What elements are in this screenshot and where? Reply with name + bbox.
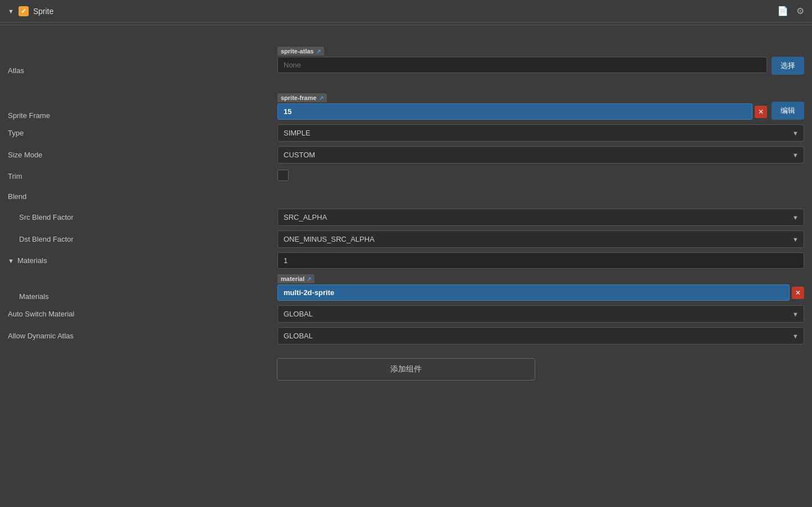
- size-mode-value: CUSTOM TRIMMED RAW ▼: [277, 146, 804, 164]
- sprite-atlas-tag: sprite-atlas ↗: [277, 47, 324, 56]
- blend-section-header: Blend: [8, 192, 277, 201]
- atlas-input-wrap: sprite-atlas ↗: [277, 57, 767, 75]
- material-clear-button[interactable]: ✕: [792, 287, 804, 299]
- trim-row: Trim: [0, 166, 812, 186]
- type-select[interactable]: SIMPLE SLICED TILED FILLED: [277, 124, 804, 142]
- trim-value: [277, 170, 804, 183]
- allow-dynamic-atlas-row: Allow Dynamic Atlas GLOBAL TRUE FALSE ▼: [0, 325, 812, 347]
- materials-item-value: material ↗ ✕: [277, 284, 804, 301]
- blend-label: Blend: [8, 192, 277, 201]
- material-tag: material ↗: [277, 274, 314, 283]
- panel-header: ▼ ✓ Sprite 📄 ⚙: [0, 0, 812, 22]
- type-select-wrapper: SIMPLE SLICED TILED FILLED ▼: [277, 124, 804, 142]
- dst-blend-factor-select[interactable]: ONE_MINUS_SRC_ALPHA ONE ZERO: [277, 230, 804, 248]
- sprite-frame-input-group: ✕: [277, 103, 767, 120]
- header-left: ▼ ✓ Sprite: [8, 6, 53, 16]
- blend-row: Blend: [0, 186, 812, 206]
- settings-icon[interactable]: ⚙: [796, 6, 804, 16]
- allow-dynamic-atlas-select[interactable]: GLOBAL TRUE FALSE: [277, 327, 804, 345]
- sprite-panel: ▼ ✓ Sprite 📄 ⚙ Atlas sprite-atlas ↗: [0, 0, 812, 396]
- size-mode-select[interactable]: CUSTOM TRIMMED RAW: [277, 146, 804, 164]
- materials-chevron-icon[interactable]: ▼: [8, 257, 14, 264]
- collapse-chevron-icon[interactable]: ▼: [8, 8, 14, 15]
- material-input[interactable]: [277, 284, 790, 301]
- component-enabled-checkbox[interactable]: ✓: [19, 6, 29, 16]
- sprite-frame-label: Sprite Frame: [8, 111, 277, 120]
- src-blend-factor-select-wrapper: SRC_ALPHA ONE ZERO ▼: [277, 209, 804, 226]
- sprite-frame-clear-button[interactable]: ✕: [755, 106, 767, 118]
- material-input-group: ✕: [277, 284, 804, 301]
- script-icon[interactable]: 📄: [777, 6, 788, 16]
- trim-checkbox[interactable]: [277, 170, 289, 181]
- dst-blend-factor-label: Dst Blend Factor: [8, 235, 277, 243]
- panel-content: Atlas sprite-atlas ↗ 选择 Sprite Frame: [0, 28, 812, 396]
- dst-blend-factor-row: Dst Blend Factor ONE_MINUS_SRC_ALPHA ONE…: [0, 228, 812, 250]
- auto-switch-material-select[interactable]: GLOBAL TRUE FALSE: [277, 305, 804, 323]
- materials-item-row: Materials material ↗ ✕: [0, 271, 812, 303]
- materials-count-input[interactable]: [277, 252, 804, 269]
- type-label: Type: [8, 129, 277, 137]
- materials-header-row: ▼ Materials: [0, 250, 812, 271]
- type-value: SIMPLE SLICED TILED FILLED ▼: [277, 124, 804, 142]
- sprite-frame-input-wrap: sprite-frame ↗ ✕: [277, 103, 767, 120]
- atlas-select-button[interactable]: 选择: [772, 57, 804, 75]
- size-mode-label: Size Mode: [8, 151, 277, 159]
- trim-label: Trim: [8, 172, 277, 180]
- atlas-input[interactable]: [277, 57, 767, 73]
- src-blend-factor-row: Src Blend Factor SRC_ALPHA ONE ZERO ▼: [0, 206, 812, 228]
- material-tag-icon: ↗: [307, 276, 311, 282]
- type-row: Type SIMPLE SLICED TILED FILLED ▼: [0, 122, 812, 144]
- add-component-button[interactable]: 添加组件: [277, 358, 535, 381]
- allow-dynamic-atlas-value: GLOBAL TRUE FALSE ▼: [277, 327, 804, 345]
- atlas-label: Atlas: [8, 66, 277, 75]
- src-blend-factor-select[interactable]: SRC_ALPHA ONE ZERO: [277, 209, 804, 226]
- materials-item-label: Materials: [8, 292, 277, 301]
- materials-header-label: ▼ Materials: [8, 256, 277, 265]
- sprite-frame-input[interactable]: [277, 103, 752, 120]
- material-input-wrap: material ↗ ✕: [277, 284, 804, 301]
- atlas-value: sprite-atlas ↗ 选择: [277, 46, 804, 75]
- sprite-frame-edit-button[interactable]: 编辑: [772, 102, 804, 120]
- tag-link-icon2: ↗: [319, 95, 323, 101]
- src-blend-factor-value: SRC_ALPHA ONE ZERO ▼: [277, 209, 804, 226]
- header-icons: 📄 ⚙: [777, 6, 804, 16]
- auto-switch-select-wrapper: GLOBAL TRUE FALSE ▼: [277, 305, 804, 323]
- auto-switch-material-row: Auto Switch Material GLOBAL TRUE FALSE ▼: [0, 303, 812, 325]
- size-mode-select-wrapper: CUSTOM TRIMMED RAW ▼: [277, 146, 804, 164]
- sprite-frame-value: sprite-frame ↗ ✕ 编辑: [277, 90, 804, 120]
- auto-switch-material-value: GLOBAL TRUE FALSE ▼: [277, 305, 804, 323]
- allow-dynamic-atlas-label: Allow Dynamic Atlas: [8, 332, 277, 340]
- size-mode-row: Size Mode CUSTOM TRIMMED RAW ▼: [0, 144, 812, 166]
- src-blend-factor-label: Src Blend Factor: [8, 213, 277, 221]
- dst-blend-factor-value: ONE_MINUS_SRC_ALPHA ONE ZERO ▼: [277, 230, 804, 248]
- panel-title: Sprite: [33, 7, 54, 16]
- dst-blend-factor-select-wrapper: ONE_MINUS_SRC_ALPHA ONE ZERO ▼: [277, 230, 804, 248]
- allow-dynamic-atlas-select-wrapper: GLOBAL TRUE FALSE ▼: [277, 327, 804, 345]
- tag-link-icon: ↗: [316, 48, 321, 55]
- sprite-frame-row: Sprite Frame sprite-frame ↗ ✕ 编辑: [0, 77, 812, 122]
- materials-count-wrap: [277, 252, 804, 269]
- auto-switch-material-label: Auto Switch Material: [8, 310, 277, 318]
- materials-section-header: ▼ Materials: [8, 256, 277, 265]
- atlas-row: Atlas sprite-atlas ↗ 选择: [0, 32, 812, 77]
- sprite-frame-tag: sprite-frame ↗: [277, 93, 327, 102]
